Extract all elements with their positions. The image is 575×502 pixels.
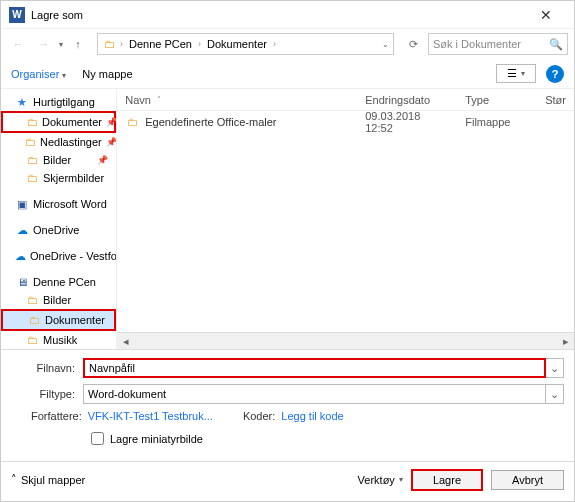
col-name[interactable]: Navn ˄ bbox=[117, 94, 357, 106]
breadcrumb-item[interactable]: Dokumenter bbox=[205, 38, 269, 50]
app-icon: W bbox=[9, 7, 25, 23]
crumb-sep-icon: › bbox=[194, 39, 205, 49]
tools-button[interactable]: Verktøy ▾ bbox=[358, 474, 403, 486]
filetype-dropdown[interactable]: ⌄ bbox=[546, 384, 564, 404]
cancel-button[interactable]: Avbryt bbox=[491, 470, 564, 490]
folder-icon: 🗀 bbox=[25, 153, 39, 167]
chevron-up-icon: ˄ bbox=[11, 473, 17, 486]
chevron-down-icon: ▾ bbox=[62, 71, 66, 80]
horizontal-scrollbar[interactable]: ◂ ▸ bbox=[117, 332, 574, 349]
star-icon: ★ bbox=[15, 95, 29, 109]
save-button[interactable]: Lagre bbox=[411, 469, 483, 491]
filename-label: Filnavn: bbox=[11, 362, 83, 374]
pin-icon: 📌 bbox=[106, 117, 117, 127]
file-row[interactable]: 🗀 Egendefinerte Office-maler 09.03.2018 … bbox=[117, 111, 574, 133]
view-icon: ☰ bbox=[507, 67, 517, 80]
back-button[interactable]: ← bbox=[7, 33, 29, 55]
hide-folders-button[interactable]: ˄ Skjul mapper bbox=[11, 473, 85, 486]
column-headers: Navn ˄ Endringsdato Type Stør bbox=[117, 89, 574, 111]
folder-icon: 🗀 bbox=[25, 333, 39, 347]
tags-label: Koder: bbox=[243, 410, 275, 422]
pin-icon: 📌 bbox=[106, 137, 117, 147]
authors-value[interactable]: VFK-IKT-Test1 Testbruk... bbox=[88, 410, 213, 422]
view-options-button[interactable]: ☰ ▾ bbox=[496, 64, 536, 83]
tree-item-nedlastinger[interactable]: 🗀 Nedlastinger 📌 bbox=[1, 133, 116, 151]
pc-icon: 🖥 bbox=[15, 275, 29, 289]
crumb-sep-icon: › bbox=[269, 39, 280, 49]
close-button[interactable]: ✕ bbox=[526, 7, 566, 23]
col-date[interactable]: Endringsdato bbox=[357, 94, 457, 106]
file-name: Egendefinerte Office-maler bbox=[145, 116, 276, 128]
tree-item-musikk[interactable]: 🗀 Musikk bbox=[1, 331, 116, 349]
onedrive-icon: ☁ bbox=[15, 249, 26, 263]
folder-icon: 🗀 bbox=[25, 135, 36, 149]
folder-icon: 🗀 bbox=[125, 115, 139, 129]
tree-onedrive[interactable]: ☁ OneDrive bbox=[1, 221, 116, 239]
tree-item-skjermbilder[interactable]: 🗀 Skjermbilder bbox=[1, 169, 116, 187]
tree-item-bilder[interactable]: 🗀 Bilder 📌 bbox=[1, 151, 116, 169]
folder-icon: 🗀 bbox=[25, 171, 39, 185]
tree-quick-access[interactable]: ★ Hurtigtilgang bbox=[1, 93, 116, 111]
filetype-label: Filtype: bbox=[11, 388, 83, 400]
folder-tree: ★ Hurtigtilgang 🗀 Dokumenter 📌 🗀 Nedlast… bbox=[1, 89, 117, 349]
sort-arrow-icon: ˄ bbox=[157, 95, 161, 104]
thumbnail-checkbox[interactable] bbox=[91, 432, 104, 445]
folder-icon: 🗀 bbox=[25, 293, 39, 307]
search-placeholder: Søk i Dokumenter bbox=[433, 38, 521, 50]
search-icon: 🔍 bbox=[549, 38, 563, 51]
tree-item-dokumenter[interactable]: 🗀 Dokumenter 📌 bbox=[1, 111, 116, 133]
thumbnail-label: Lagre miniatyrbilde bbox=[110, 433, 203, 445]
tree-item-dokumenter[interactable]: 🗀 Dokumenter bbox=[1, 309, 116, 331]
filename-input[interactable]: Navnpåfil bbox=[83, 358, 546, 378]
history-dropdown[interactable]: ▾ bbox=[59, 40, 63, 49]
tags-value[interactable]: Legg til kode bbox=[281, 410, 343, 422]
new-folder-button[interactable]: Ny mappe bbox=[82, 68, 132, 80]
address-dropdown-icon[interactable]: ⌄ bbox=[382, 40, 389, 49]
file-date: 09.03.2018 12:52 bbox=[357, 110, 457, 134]
word-icon: ▣ bbox=[15, 197, 29, 211]
chevron-down-icon: ▾ bbox=[521, 69, 525, 78]
onedrive-icon: ☁ bbox=[15, 223, 29, 237]
forward-button[interactable]: → bbox=[33, 33, 55, 55]
tree-msword[interactable]: ▣ Microsoft Word bbox=[1, 195, 116, 213]
address-bar[interactable]: 🗀 › Denne PCen › Dokumenter › ⌄ bbox=[97, 33, 394, 55]
col-type[interactable]: Type bbox=[457, 94, 537, 106]
pin-icon: 📌 bbox=[97, 155, 112, 165]
folder-icon: 🗀 bbox=[27, 115, 38, 129]
file-type: Filmappe bbox=[457, 116, 537, 128]
folder-icon: 🗀 bbox=[102, 37, 116, 51]
window-title: Lagre som bbox=[31, 9, 526, 21]
filetype-select[interactable]: Word-dokument bbox=[83, 384, 546, 404]
tree-item-bilder[interactable]: 🗀 Bilder bbox=[1, 291, 116, 309]
filename-dropdown[interactable]: ⌄ bbox=[546, 358, 564, 378]
scroll-right-icon[interactable]: ▸ bbox=[557, 333, 574, 350]
refresh-button[interactable]: ⟳ bbox=[402, 33, 424, 55]
scroll-left-icon[interactable]: ◂ bbox=[117, 333, 134, 350]
chevron-down-icon: ▾ bbox=[399, 475, 403, 484]
help-button[interactable]: ? bbox=[546, 65, 564, 83]
col-size[interactable]: Stør bbox=[537, 94, 574, 106]
up-button[interactable]: ↑ bbox=[67, 33, 89, 55]
authors-label: Forfattere: bbox=[31, 410, 82, 422]
tree-onedrive-vestfold[interactable]: ☁ OneDrive - Vestfol bbox=[1, 247, 116, 265]
folder-icon: 🗀 bbox=[27, 313, 41, 327]
tree-thispc[interactable]: 🖥 Denne PCen bbox=[1, 273, 116, 291]
search-input[interactable]: Søk i Dokumenter 🔍 bbox=[428, 33, 568, 55]
breadcrumb-item[interactable]: Denne PCen bbox=[127, 38, 194, 50]
organize-button[interactable]: Organiser ▾ bbox=[11, 68, 66, 80]
crumb-sep-icon: › bbox=[116, 39, 127, 49]
